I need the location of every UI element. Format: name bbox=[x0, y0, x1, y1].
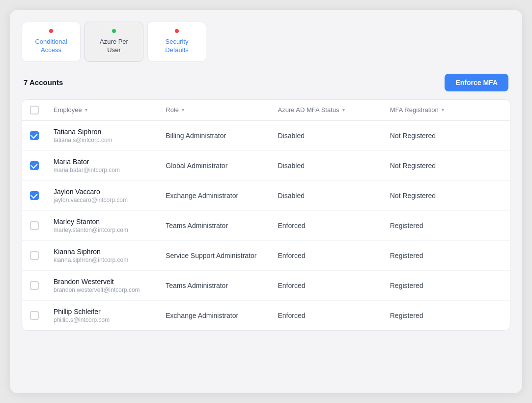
azure-per-user-dot bbox=[112, 29, 116, 33]
employee-email-7: phillip.s@intcorp.com bbox=[54, 317, 166, 323]
col-select[interactable] bbox=[30, 106, 54, 115]
table-row: Phillip Schleifer phillip.s@intcorp.com … bbox=[22, 301, 510, 330]
row-checkbox-7[interactable] bbox=[30, 311, 54, 320]
tab-azure-per-user[interactable]: Azure PerUser bbox=[84, 22, 143, 62]
tab-azure-per-user-label: Azure PerUser bbox=[95, 38, 133, 55]
select-all-checkbox[interactable] bbox=[30, 106, 39, 115]
tab-security-defaults-label: SecurityDefaults bbox=[158, 38, 196, 55]
col-employee[interactable]: Employee ▾ bbox=[54, 106, 166, 115]
col-azure-mfa[interactable]: Azure AD MFA Status ▾ bbox=[278, 106, 390, 115]
role-cell-6: Teams Administrator bbox=[166, 282, 278, 289]
azure-mfa-cell-5: Enforced bbox=[278, 252, 390, 259]
azure-mfa-cell-6: Enforced bbox=[278, 282, 390, 289]
col-mfa-reg[interactable]: MFA Registration ▾ bbox=[390, 106, 502, 115]
employee-cell-7: Phillip Schleifer phillip.s@intcorp.com bbox=[54, 308, 166, 323]
employee-cell-1: Tatiana Siphron tatiana.s@intcorp.com bbox=[54, 128, 166, 144]
azure-mfa-cell-1: Disabled bbox=[278, 132, 390, 140]
checkbox-6[interactable] bbox=[30, 281, 39, 290]
employee-name-5: Kianna Siphron bbox=[54, 248, 166, 256]
row-checkbox-3[interactable] bbox=[30, 191, 54, 200]
table-header: Employee ▾ Role ▾ Azure AD MFA Status ▾ … bbox=[22, 100, 510, 121]
employee-cell-4: Marley Stanton marley.stanton@intcorp.co… bbox=[54, 218, 166, 233]
mfa-reg-cell-6: Registered bbox=[390, 282, 502, 289]
employees-table: Employee ▾ Role ▾ Azure AD MFA Status ▾ … bbox=[22, 99, 510, 331]
checkbox-7[interactable] bbox=[30, 311, 39, 320]
mfa-reg-cell-5: Registered bbox=[390, 252, 502, 259]
col-employee-label: Employee bbox=[54, 106, 82, 114]
row-checkbox-2[interactable] bbox=[30, 161, 54, 170]
role-cell-4: Teams Administrator bbox=[166, 222, 278, 230]
employee-email-6: brandon.westervelt@intcorp.com bbox=[54, 287, 166, 293]
employee-email-1: tatiana.s@intcorp.com bbox=[54, 137, 166, 144]
table-row: Marley Stanton marley.stanton@intcorp.co… bbox=[22, 211, 510, 241]
employee-name-2: Maria Bator bbox=[54, 158, 166, 166]
col-mfa-reg-chevron: ▾ bbox=[442, 107, 444, 113]
employee-name-7: Phillip Schleifer bbox=[54, 308, 166, 316]
col-role[interactable]: Role ▾ bbox=[166, 106, 278, 115]
role-cell-2: Global Administrator bbox=[166, 162, 278, 170]
row-checkbox-6[interactable] bbox=[30, 281, 54, 290]
checkbox-5[interactable] bbox=[30, 251, 39, 260]
employee-name-4: Marley Stanton bbox=[54, 218, 166, 226]
azure-mfa-cell-7: Enforced bbox=[278, 312, 390, 319]
employee-email-2: maria.batar@intcorp.com bbox=[54, 167, 166, 173]
main-container: ConditionalAccess Azure PerUser Security… bbox=[10, 10, 522, 393]
col-employee-chevron: ▾ bbox=[85, 107, 87, 113]
checkbox-3[interactable] bbox=[30, 191, 39, 200]
tab-security-defaults[interactable]: SecurityDefaults bbox=[147, 22, 206, 62]
enforce-mfa-button[interactable]: Enforce MFA bbox=[445, 74, 508, 91]
employee-cell-3: Jaylon Vaccaro jaylon.vaccaro@intcorp.co… bbox=[54, 188, 166, 203]
header-row: 7 Accounts Enforce MFA bbox=[22, 74, 510, 91]
employee-email-5: kianna.siphron@intcorp.com bbox=[54, 257, 166, 263]
azure-mfa-cell-4: Enforced bbox=[278, 222, 390, 230]
checkbox-2[interactable] bbox=[30, 161, 39, 170]
employee-cell-5: Kianna Siphron kianna.siphron@intcorp.co… bbox=[54, 248, 166, 263]
row-checkbox-5[interactable] bbox=[30, 251, 54, 260]
employee-email-3: jaylon.vaccaro@intcorp.com bbox=[54, 197, 166, 203]
table-row: Brandon Westervelt brandon.westervelt@in… bbox=[22, 271, 510, 301]
col-role-chevron: ▾ bbox=[182, 107, 184, 113]
tab-bar: ConditionalAccess Azure PerUser Security… bbox=[22, 22, 510, 62]
employee-email-4: marley.stanton@intcorp.com bbox=[54, 227, 166, 233]
mfa-reg-cell-7: Registered bbox=[390, 312, 502, 319]
security-defaults-dot bbox=[175, 29, 179, 33]
employee-name-1: Tatiana Siphron bbox=[54, 128, 166, 136]
role-cell-3: Exchange Administrator bbox=[166, 192, 278, 200]
table-body: Tatiana Siphron tatiana.s@intcorp.com Bi… bbox=[22, 121, 510, 330]
checkbox-4[interactable] bbox=[30, 221, 39, 230]
role-cell-1: Billing Administrator bbox=[166, 132, 278, 140]
azure-mfa-cell-2: Disabled bbox=[278, 162, 390, 170]
mfa-reg-cell-2: Not Registered bbox=[390, 162, 502, 170]
table-row: Kianna Siphron kianna.siphron@intcorp.co… bbox=[22, 241, 510, 271]
role-cell-7: Exchange Administrator bbox=[166, 312, 278, 319]
account-count: 7 Accounts bbox=[24, 78, 63, 86]
table-row: Tatiana Siphron tatiana.s@intcorp.com Bi… bbox=[22, 121, 510, 151]
tab-conditional-access-label: ConditionalAccess bbox=[32, 38, 70, 55]
col-role-label: Role bbox=[166, 106, 179, 114]
employee-name-6: Brandon Westervelt bbox=[54, 278, 166, 286]
mfa-reg-cell-1: Not Registered bbox=[390, 132, 502, 140]
checkbox-1[interactable] bbox=[30, 131, 39, 140]
table-row: Maria Bator maria.batar@intcorp.com Glob… bbox=[22, 151, 510, 181]
mfa-reg-cell-4: Registered bbox=[390, 222, 502, 230]
employee-cell-2: Maria Bator maria.batar@intcorp.com bbox=[54, 158, 166, 173]
role-cell-5: Service Support Administrator bbox=[166, 252, 278, 259]
col-azure-mfa-chevron: ▾ bbox=[342, 107, 345, 113]
employee-name-3: Jaylon Vaccaro bbox=[54, 188, 166, 196]
row-checkbox-1[interactable] bbox=[30, 131, 54, 140]
col-azure-mfa-label: Azure AD MFA Status bbox=[278, 106, 339, 114]
conditional-access-dot bbox=[49, 29, 53, 33]
employee-cell-6: Brandon Westervelt brandon.westervelt@in… bbox=[54, 278, 166, 293]
col-mfa-reg-label: MFA Registration bbox=[390, 106, 439, 114]
mfa-reg-cell-3: Not Registered bbox=[390, 192, 502, 200]
tab-conditional-access[interactable]: ConditionalAccess bbox=[22, 22, 81, 62]
azure-mfa-cell-3: Disabled bbox=[278, 192, 390, 200]
row-checkbox-4[interactable] bbox=[30, 221, 54, 230]
table-row: Jaylon Vaccaro jaylon.vaccaro@intcorp.co… bbox=[22, 181, 510, 211]
